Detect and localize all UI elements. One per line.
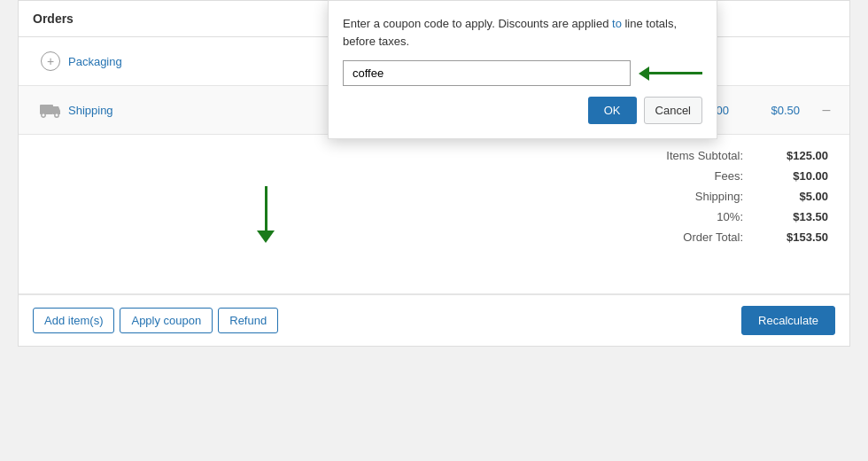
coupon-dialog: Enter a coupon code to apply. Discounts … (328, 0, 717, 139)
dialog-text-part1: Enter a coupon code to apply. Discounts … (343, 17, 612, 30)
shipping-total-label: Shipping: (637, 190, 743, 203)
refund-button[interactable]: Refund (218, 308, 278, 333)
add-packaging-button[interactable]: + (41, 51, 60, 71)
right-arrow-annotation (639, 66, 702, 81)
order-total-value: $153.50 (757, 230, 828, 244)
packaging-icon[interactable]: + (33, 51, 68, 71)
order-total-label: Order Total: (637, 230, 743, 244)
shipping-value2: $0.50 (747, 104, 800, 117)
arrow-right-head (639, 66, 649, 81)
plus-icon: + (47, 54, 54, 68)
tax-value: $13.50 (757, 210, 828, 223)
action-buttons-left: Add item(s) Apply coupon Refund (33, 308, 278, 333)
items-subtotal-label: Items Subtotal: (637, 149, 743, 162)
fees-row: Fees: $10.00 (534, 169, 828, 183)
tax-row: 10%: $13.50 (534, 210, 828, 223)
down-arrow-annotation (257, 186, 275, 243)
fees-label: Fees: (637, 169, 743, 183)
items-subtotal-value: $125.00 (757, 149, 828, 162)
shipping-icon-cell (33, 102, 68, 118)
arrow-right-line (649, 72, 702, 74)
totals-section: Items Subtotal: $125.00 Fees: $10.00 Shi… (19, 135, 849, 294)
truck-icon (40, 102, 61, 118)
shipping-total-value: $5.00 (757, 190, 828, 203)
coupon-input[interactable] (343, 60, 631, 86)
dialog-cancel-button[interactable]: Cancel (644, 97, 702, 124)
totals-left (19, 135, 513, 293)
page-title: Orders (33, 12, 74, 26)
svg-point-3 (55, 113, 58, 117)
add-items-button[interactable]: Add item(s) (33, 308, 114, 333)
apply-coupon-button[interactable]: Apply coupon (120, 308, 213, 333)
action-bar: Add item(s) Apply coupon Refund Recalcul… (19, 294, 849, 346)
items-subtotal-row: Items Subtotal: $125.00 (534, 149, 828, 162)
dialog-ok-button[interactable]: OK (588, 97, 637, 124)
svg-rect-0 (40, 105, 53, 114)
dialog-description: Enter a coupon code to apply. Discounts … (343, 15, 702, 50)
shipping-total-row: Shipping: $5.00 (534, 190, 828, 203)
fees-value: $10.00 (757, 169, 828, 183)
svg-point-2 (42, 113, 45, 117)
page-wrapper: Orders + Packaging Shipping (0, 0, 868, 461)
dialog-buttons: OK Cancel (343, 97, 702, 124)
arrow-down-line (265, 186, 267, 230)
dialog-input-row (343, 60, 702, 86)
dialog-link: to (612, 17, 622, 30)
totals-right: Items Subtotal: $125.00 Fees: $10.00 Shi… (513, 135, 849, 293)
tax-label: 10%: (637, 210, 743, 223)
arrow-down-head (257, 230, 275, 243)
recalculate-button[interactable]: Recalculate (741, 306, 835, 335)
order-total-row: Order Total: $153.50 (534, 230, 828, 244)
shipping-remove[interactable]: – (818, 102, 835, 118)
